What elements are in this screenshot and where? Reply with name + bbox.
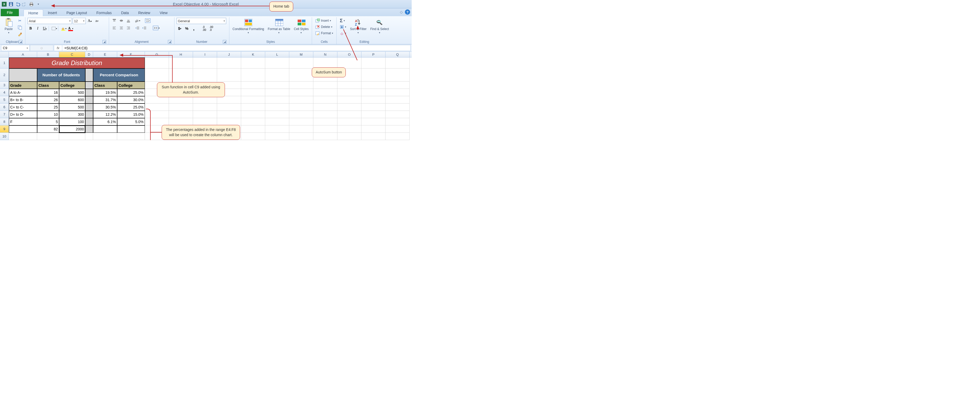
cell-E9[interactable] xyxy=(93,125,117,133)
formula-input[interactable] xyxy=(62,46,410,50)
align-middle-button[interactable] xyxy=(118,18,124,24)
format-painter-button[interactable] xyxy=(17,32,23,37)
cell-B7[interactable]: 10 xyxy=(37,111,59,118)
row-header-8[interactable]: 8 xyxy=(0,118,9,125)
row-header-5[interactable]: 5 xyxy=(0,96,9,103)
cell-E6[interactable]: 30.5% xyxy=(93,103,117,111)
orientation-button[interactable]: ab▾ xyxy=(134,18,140,24)
cell-college-f-hdr[interactable]: College xyxy=(117,82,145,89)
cell-B6[interactable]: 25 xyxy=(37,103,59,111)
col-header-M[interactable]: M xyxy=(289,52,313,57)
cell-B8[interactable]: 5 xyxy=(37,118,59,125)
cell-title[interactable]: Grade Distribution xyxy=(9,57,145,68)
cell-B4[interactable]: 16 xyxy=(37,89,59,96)
col-header-Q[interactable]: Q xyxy=(385,52,410,57)
cell-hdr-students[interactable]: Number of Students xyxy=(37,68,85,82)
align-left-button[interactable] xyxy=(111,25,118,31)
col-header-A[interactable]: A xyxy=(9,52,37,57)
find-select-button[interactable]: Find & Select▾ xyxy=(369,18,390,35)
row-header-2[interactable]: 2 xyxy=(0,68,9,82)
copy-button[interactable] xyxy=(17,25,23,30)
cell-B5[interactable]: 26 xyxy=(37,96,59,103)
cell-hdr-percent[interactable]: Percent Comparison xyxy=(93,68,145,82)
fx-icon[interactable]: fx xyxy=(54,45,62,51)
cell-E7[interactable]: 12.2% xyxy=(93,111,117,118)
col-header-I[interactable]: I xyxy=(193,52,217,57)
autosum-button[interactable]: Σ▾ xyxy=(339,18,347,24)
col-header-G[interactable]: G xyxy=(145,52,169,57)
excel-icon[interactable]: X xyxy=(1,1,7,7)
delete-cells-button[interactable]: Delete▾ xyxy=(314,24,334,30)
cell-F9[interactable] xyxy=(117,125,145,133)
col-header-O[interactable]: O xyxy=(337,52,361,57)
format-cells-button[interactable]: Format▾ xyxy=(314,30,334,36)
number-dialog-launcher[interactable]: ◢ xyxy=(223,40,226,44)
cell-A2[interactable] xyxy=(9,68,37,82)
col-header-P[interactable]: P xyxy=(361,52,385,57)
cell-C6[interactable]: 500 xyxy=(59,103,85,111)
cell-A5[interactable]: B+ to B- xyxy=(9,96,37,103)
insert-cells-button[interactable]: Insert▾ xyxy=(314,18,334,24)
cancel-formula-icon[interactable]: ○ xyxy=(40,46,43,51)
increase-decimal-button[interactable]: .0.00 xyxy=(201,25,207,32)
cell-styles-button[interactable]: Cell Styles▾ xyxy=(293,18,310,35)
percent-format-button[interactable]: % xyxy=(184,25,190,32)
increase-font-button[interactable]: A▴ xyxy=(87,18,93,24)
cell-E8[interactable]: 6.1% xyxy=(93,118,117,125)
align-top-button[interactable] xyxy=(111,18,118,24)
print-button[interactable] xyxy=(28,1,35,7)
cell-C9[interactable]: 2000 xyxy=(59,125,85,133)
cell-C8[interactable]: 100 xyxy=(59,118,85,125)
col-header-B[interactable]: B xyxy=(37,52,59,57)
align-right-button[interactable] xyxy=(125,25,132,31)
number-format-combo[interactable]: General▾ xyxy=(177,18,226,24)
paste-button[interactable]: Paste ▾ xyxy=(2,18,15,35)
cell-class-e-hdr[interactable]: Class xyxy=(93,82,117,89)
select-all-corner[interactable] xyxy=(0,52,9,57)
cell-A6[interactable]: C+ to C- xyxy=(9,103,37,111)
font-dialog-launcher[interactable]: ◢ xyxy=(102,40,106,44)
tab-review[interactable]: Review xyxy=(134,10,155,16)
tab-insert[interactable]: Insert xyxy=(43,10,62,16)
redo-button[interactable] xyxy=(21,1,28,7)
decrease-font-button[interactable]: A▾ xyxy=(94,18,100,24)
decrease-indent-button[interactable] xyxy=(134,25,140,31)
cell-class-b-hdr[interactable]: Class xyxy=(37,82,59,89)
row-header-6[interactable]: 6 xyxy=(0,103,9,111)
tab-page-layout[interactable]: Page Layout xyxy=(62,10,92,16)
col-header-C[interactable]: C xyxy=(59,52,85,57)
alignment-dialog-launcher[interactable]: ◢ xyxy=(168,40,172,44)
tab-view[interactable]: View xyxy=(155,10,172,16)
tab-formulas[interactable]: Formulas xyxy=(92,10,116,16)
tab-home[interactable]: Home xyxy=(24,10,43,16)
col-header-D[interactable]: D xyxy=(85,52,93,57)
conditional-formatting-button[interactable]: Conditional Formatting▾ xyxy=(231,18,265,35)
col-header-E[interactable]: E xyxy=(93,52,117,57)
cut-button[interactable]: ✂ xyxy=(17,18,23,24)
clipboard-dialog-launcher[interactable]: ◢ xyxy=(19,40,22,44)
cell-F5[interactable]: 30.0% xyxy=(117,96,145,103)
help-icon[interactable]: ? xyxy=(405,10,410,15)
cell-A8[interactable]: F xyxy=(9,118,37,125)
borders-button[interactable]: ▾ xyxy=(51,25,57,32)
qat-customize[interactable]: ▾ xyxy=(35,1,41,7)
fill-color-button[interactable]: ▾ xyxy=(60,25,67,32)
cell-B9[interactable]: 82 xyxy=(37,125,59,133)
underline-button[interactable]: U▾ xyxy=(41,25,48,32)
comma-format-button[interactable]: , xyxy=(191,25,197,32)
cell-C4[interactable]: 500 xyxy=(59,89,85,96)
row-header-7[interactable]: 7 xyxy=(0,111,9,118)
cell-F6[interactable]: 25.0% xyxy=(117,103,145,111)
italic-button[interactable]: I xyxy=(35,25,41,32)
bold-button[interactable]: B xyxy=(27,25,34,32)
font-color-button[interactable]: A▾ xyxy=(67,25,74,32)
undo-button[interactable] xyxy=(14,1,21,7)
cell-A4[interactable]: A to A- xyxy=(9,89,37,96)
align-center-button[interactable] xyxy=(118,25,124,31)
cell-C5[interactable]: 600 xyxy=(59,96,85,103)
cell-E4[interactable]: 19.5% xyxy=(93,89,117,96)
cell-D2[interactable] xyxy=(85,68,93,82)
name-box[interactable]: C9▾ xyxy=(1,45,30,51)
increase-indent-button[interactable] xyxy=(141,25,148,31)
cell-grade-hdr[interactable]: Grade xyxy=(9,82,37,89)
